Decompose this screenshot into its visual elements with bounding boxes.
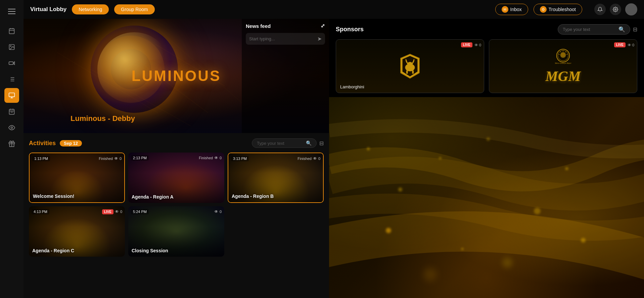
svg-rect-36 xyxy=(412,71,414,74)
sidebar-item-calendar[interactable] xyxy=(4,24,19,38)
networking-button[interactable]: Networking xyxy=(72,4,109,14)
bokeh-4 xyxy=(386,228,391,233)
activity-card-5[interactable]: 5:24 PM 👁 0 Closing Session xyxy=(128,206,224,257)
news-input[interactable] xyxy=(249,36,315,41)
sidebar-item-schedule[interactable] xyxy=(4,104,19,119)
send-icon[interactable]: ➤ xyxy=(317,36,322,42)
card-status-3: Finished 👁 0 xyxy=(297,156,320,161)
activities-search: 🔍 ⊟ xyxy=(252,138,324,148)
sponsor-logo-lamborghini xyxy=(341,45,478,87)
svg-line-44 xyxy=(560,51,561,52)
news-feed-header: News feed ⤢ xyxy=(246,23,325,29)
card-top-4: 4:13 PM LIVE 👁 0 xyxy=(32,209,122,214)
sponsor-filter-icon[interactable]: ⊟ xyxy=(633,26,637,33)
svg-point-5 xyxy=(10,46,11,47)
expand-icon[interactable]: ⤢ xyxy=(321,23,325,29)
activities-search-input[interactable] xyxy=(257,141,304,146)
card-title-5: Closing Session xyxy=(132,248,168,253)
card-title-4: Agenda - Region C xyxy=(32,248,74,253)
card-top-3: 3:13 PM Finished 👁 0 xyxy=(231,156,320,161)
activities-search-icon: 🔍 xyxy=(306,140,312,146)
eye-icon-4: 👁 xyxy=(115,209,119,214)
app-title: Virtual Lobby xyxy=(30,6,66,13)
activities-section: Activities Sep 12 🔍 ⊟ xyxy=(24,133,329,298)
group-room-button[interactable]: Group Room xyxy=(114,4,154,14)
sponsor-live-badge-lamborghini: LIVE xyxy=(461,42,472,47)
inbox-icon: ✉ xyxy=(502,6,508,13)
bokeh-7 xyxy=(565,167,568,170)
sponsor-card-lamborghini[interactable]: LIVE 👁 0 xyxy=(336,39,484,93)
activity-card-1[interactable]: 1:13 PM Finished 👁 0 Welcome Session! xyxy=(29,153,125,203)
svg-line-42 xyxy=(565,51,566,52)
settings-button[interactable] xyxy=(610,4,621,15)
svg-line-45 xyxy=(558,54,560,54)
lamborghini-logo-svg xyxy=(397,53,423,80)
svg-rect-35 xyxy=(406,71,408,74)
eye-icon-3: 👁 xyxy=(313,156,317,161)
svg-point-40 xyxy=(561,53,565,56)
card-time-3: 3:13 PM xyxy=(231,156,249,161)
bokeh-6 xyxy=(534,208,541,214)
user-avatar[interactable] xyxy=(625,3,637,15)
bokeh-1 xyxy=(367,147,370,150)
card-status-4: LIVE 👁 0 xyxy=(102,209,122,214)
eye-icon-5: 👁 xyxy=(214,209,218,214)
hero-title: LUMINOUS xyxy=(132,68,221,84)
activities-title: Activities xyxy=(29,140,56,147)
notification-bell-button[interactable] xyxy=(594,4,606,15)
activity-card-3[interactable]: 3:13 PM Finished 👁 0 Agenda - Region B xyxy=(228,153,324,203)
activities-filter-icon[interactable]: ⊟ xyxy=(319,140,324,146)
inbox-button[interactable]: ✉ Inbox xyxy=(495,4,528,15)
news-input-row[interactable]: ➤ xyxy=(246,33,325,45)
hero-banner: LUMINOUS Luminous - Debby News feed ⤢ ➤ xyxy=(24,19,329,133)
svg-rect-6 xyxy=(9,62,13,65)
bokeh-8 xyxy=(581,238,586,243)
activity-card-4[interactable]: 4:13 PM LIVE 👁 0 Agenda - Region C xyxy=(29,206,125,257)
sponsor-card-mgm[interactable]: LIVE 👁 0 xyxy=(489,39,637,93)
sponsor-search-input[interactable] xyxy=(563,27,616,32)
card-time-1: 1:13 PM xyxy=(32,156,50,161)
top-right-icons xyxy=(594,3,637,15)
svg-point-24 xyxy=(615,9,616,10)
sidebar-item-image[interactable] xyxy=(4,40,19,54)
sponsor-search-box[interactable]: 🔍 xyxy=(558,24,630,35)
sponsors-title: Sponsors xyxy=(336,26,364,33)
activities-search-box[interactable]: 🔍 xyxy=(252,138,317,148)
svg-line-27 xyxy=(158,29,242,103)
card-time-4: 4:13 PM xyxy=(32,209,49,214)
card-title-3: Agenda - Region B xyxy=(232,194,274,199)
troubleshoot-button[interactable]: ⚙ Troubleshoot xyxy=(534,4,582,15)
bokeh-9 xyxy=(461,248,463,250)
right-panel: Sponsors 🔍 ⊟ LIVE xyxy=(329,19,644,298)
news-feed-panel: News feed ⤢ ➤ xyxy=(242,19,329,133)
activity-card-2[interactable]: 2:13 PM Finished 👁 0 Agenda - Region A xyxy=(128,153,224,203)
hero-subtitle: Luminous - Debby xyxy=(71,114,135,123)
svg-point-21 xyxy=(11,127,13,129)
sidebar-item-gift[interactable] xyxy=(4,136,19,151)
card-time-2: 2:13 PM xyxy=(131,155,149,161)
card-title-2: Agenda - Region A xyxy=(132,194,174,200)
card-title-1: Welcome Session! xyxy=(33,194,74,199)
sidebar-item-eye[interactable] xyxy=(4,120,19,135)
svg-text:Metro Goldwyn Mayer: Metro Goldwyn Mayer xyxy=(554,62,571,64)
card-status-5: 👁 0 xyxy=(214,209,222,214)
bokeh-5 xyxy=(487,137,490,141)
card-top-5: 5:24 PM 👁 0 xyxy=(131,209,222,214)
sidebar-item-list[interactable] xyxy=(4,72,19,87)
sponsor-logo-mgm: Metro Goldwyn Mayer MGM xyxy=(495,45,632,87)
sidebar-item-monitor[interactable] xyxy=(4,88,19,103)
sponsor-views-mgm: 👁 0 xyxy=(628,43,634,47)
card-top-2: 2:13 PM Finished 👁 0 xyxy=(131,155,222,161)
card-top-1: 1:13 PM Finished 👁 0 xyxy=(32,156,122,161)
svg-line-43 xyxy=(566,54,568,54)
topbar: Virtual Lobby Networking Group Room ✉ In… xyxy=(24,0,644,19)
svg-rect-13 xyxy=(9,93,15,97)
troubleshoot-icon: ⚙ xyxy=(540,6,547,13)
mgm-lion-svg: Metro Goldwyn Mayer xyxy=(553,48,573,67)
live-badge-4: LIVE xyxy=(102,209,113,214)
hamburger-menu[interactable] xyxy=(4,4,19,19)
date-badge[interactable]: Sep 12 xyxy=(60,140,82,146)
news-feed-title: News feed xyxy=(246,23,271,29)
sponsor-name-lamborghini: Lamborghini xyxy=(340,84,364,89)
sidebar-item-video[interactable] xyxy=(4,56,19,71)
